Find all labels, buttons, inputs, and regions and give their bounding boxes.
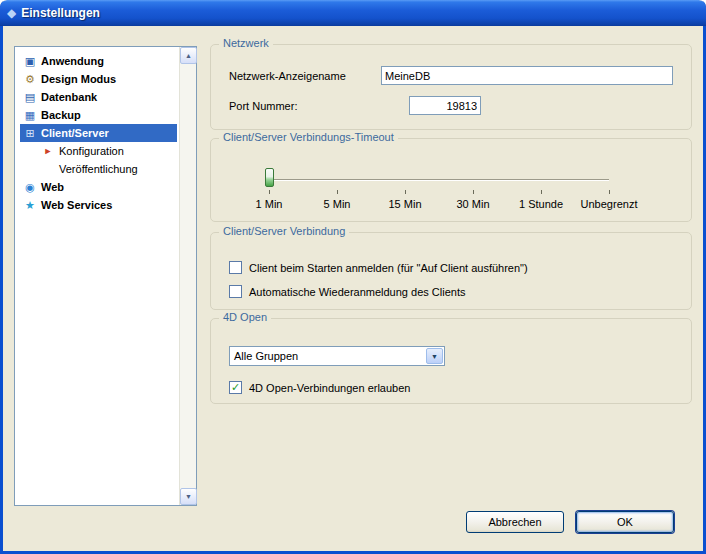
network-name-label: Netzwerk-Anzeigename (229, 70, 346, 82)
checkbox-unchecked[interactable] (229, 261, 242, 274)
titlebar[interactable]: ◆ Einstellungen (0, 0, 706, 26)
slider-track[interactable] (269, 179, 609, 181)
sidebar-item-label: Web Services (41, 199, 112, 211)
checkbox-row-allow-4d-open[interactable]: ✓ 4D Open-Verbindungen erlauben (229, 381, 410, 394)
checkbox-label: Client beim Starten anmelden (für "Auf C… (249, 262, 528, 274)
sidebar-item-anwendung[interactable]: ▣ Anwendung (20, 52, 177, 70)
checkbox-checked[interactable]: ✓ (229, 381, 242, 394)
checkbox-label: Automatische Wiederanmeldung des Clients (249, 286, 465, 298)
backup-icon: ▦ (22, 110, 38, 121)
dropdown-arrow-button[interactable]: ▼ (426, 348, 443, 364)
settings-window: ◆ Einstellungen ▣ Anwendung ⚙ Design Mod… (0, 0, 706, 554)
chevron-down-icon: ▼ (431, 353, 438, 360)
scroll-up-button[interactable]: ▲ (180, 47, 197, 64)
sidebar-item-label: Design Modus (41, 73, 116, 85)
group-title-timeout: Client/Server Verbindungs-Timeout (219, 131, 398, 143)
group-timeout: Client/Server Verbindungs-Timeout 1 Min … (210, 138, 692, 222)
slider-tick-label: 15 Min (388, 198, 421, 210)
client-server-icon: ⊞ (22, 128, 38, 139)
network-name-input[interactable] (381, 66, 673, 85)
web-services-icon: ★ (22, 200, 38, 211)
slider-tick (473, 190, 474, 194)
ok-button[interactable]: OK (576, 511, 674, 533)
sidebar-scrollbar[interactable]: ▲ ▼ (179, 47, 196, 505)
sidebar-item-label: Backup (41, 109, 81, 121)
sidebar-item-veroeffentlichung[interactable]: Veröffentlichung (20, 160, 177, 178)
slider-tick-label: 30 Min (456, 198, 489, 210)
sidebar-item-label: Anwendung (41, 55, 104, 67)
slider-tick (337, 190, 338, 194)
slider-tick-label: 1 Stunde (519, 198, 563, 210)
tree-list: ▣ Anwendung ⚙ Design Modus ▤ Datenbank ▦… (15, 47, 179, 505)
slider-tick (405, 190, 406, 194)
scroll-down-icon: ▼ (185, 493, 192, 500)
web-icon: ◉ (22, 182, 38, 193)
sidebar-item-label: Datenbank (41, 91, 97, 103)
slider-thumb[interactable] (265, 168, 274, 187)
database-icon: ▤ (22, 92, 38, 103)
sidebar-item-client-server[interactable]: ⊞ Client/Server (20, 124, 177, 142)
checkbox-row-login-at-start[interactable]: Client beim Starten anmelden (für "Auf C… (229, 261, 528, 274)
checkbox-label: 4D Open-Verbindungen erlauben (249, 382, 410, 394)
slider-tick (541, 190, 542, 194)
settings-tree: ▣ Anwendung ⚙ Design Modus ▤ Datenbank ▦… (14, 46, 197, 506)
group-title-verbindung: Client/Server Verbindung (219, 225, 349, 237)
checkbox-row-auto-relogin[interactable]: Automatische Wiederanmeldung des Clients (229, 285, 465, 298)
groups-dropdown[interactable]: Alle Gruppen ▼ (229, 346, 445, 366)
group-netzwerk: Netzwerk Netzwerk-Anzeigename Port Numme… (210, 44, 692, 130)
group-title-4d-open: 4D Open (219, 311, 271, 323)
sidebar-item-label: Veröffentlichung (59, 163, 138, 175)
sidebar-item-web-services[interactable]: ★ Web Services (20, 196, 177, 214)
config-arrow-icon: ► (40, 147, 56, 156)
slider-tick-label: Unbegrenzt (581, 198, 638, 210)
scroll-up-icon: ▲ (185, 52, 192, 59)
sidebar-item-web[interactable]: ◉ Web (20, 178, 177, 196)
sidebar-item-backup[interactable]: ▦ Backup (20, 106, 177, 124)
sidebar-item-design-modus[interactable]: ⚙ Design Modus (20, 70, 177, 88)
window-title: Einstellungen (21, 6, 100, 20)
slider-tick-label: 5 Min (324, 198, 351, 210)
scroll-down-button[interactable]: ▼ (180, 488, 197, 505)
sidebar-item-konfiguration[interactable]: ► Konfiguration (20, 142, 177, 160)
application-icon: ▣ (22, 56, 38, 67)
group-verbindung: Client/Server Verbindung Client beim Sta… (210, 232, 692, 310)
timeout-slider[interactable]: 1 Min 5 Min 15 Min 30 Min 1 Stunde Unbeg… (261, 163, 617, 217)
window-icon: ◆ (7, 7, 16, 19)
group-4d-open: 4D Open Alle Gruppen ▼ ✓ 4D Open-Verbind… (210, 318, 692, 404)
checkbox-unchecked[interactable] (229, 285, 242, 298)
slider-tick-label: 1 Min (256, 198, 283, 210)
group-title-netzwerk: Netzwerk (219, 37, 273, 49)
sidebar-item-label: Client/Server (41, 127, 109, 139)
sidebar-item-datenbank[interactable]: ▤ Datenbank (20, 88, 177, 106)
port-number-input[interactable] (409, 96, 481, 115)
design-mode-icon: ⚙ (22, 74, 38, 85)
sidebar-item-label: Konfiguration (59, 145, 124, 157)
cancel-button[interactable]: Abbrechen (466, 511, 564, 533)
slider-tick (609, 190, 610, 194)
sidebar-item-label: Web (41, 181, 64, 193)
slider-tick (269, 190, 270, 194)
port-number-label: Port Nummer: (229, 100, 297, 112)
dropdown-selected-value: Alle Gruppen (230, 350, 425, 362)
